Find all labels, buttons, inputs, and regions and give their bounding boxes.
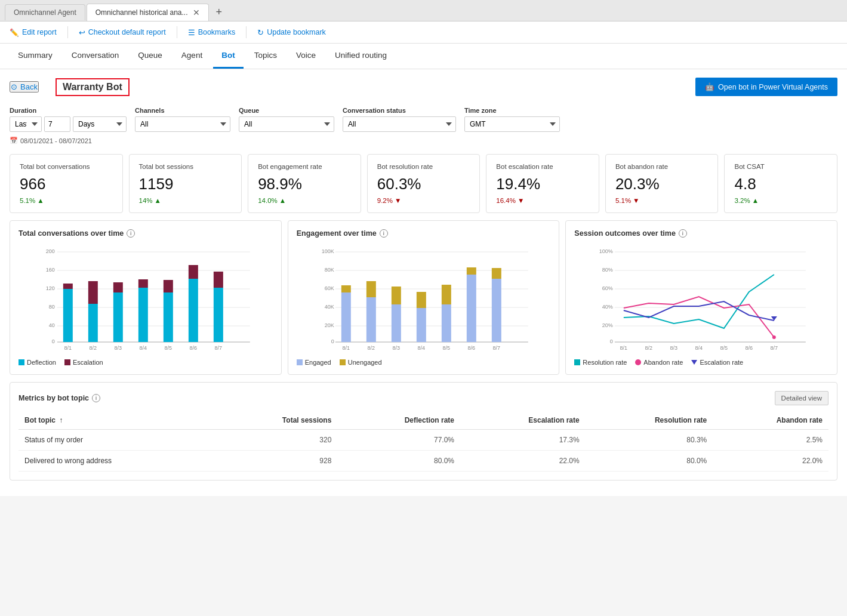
svg-rect-50 — [366, 297, 376, 342]
deflection-label: Deflection — [27, 359, 56, 366]
resolution-rate-label: Resolution rate — [583, 359, 627, 366]
svg-rect-53 — [392, 287, 401, 304]
kpi-label: Bot abandon rate — [615, 163, 709, 170]
svg-text:8/6: 8/6 — [190, 345, 198, 351]
kpi-change: 9.2% ▼ — [377, 197, 470, 204]
svg-rect-24 — [189, 265, 198, 279]
queue-select[interactable]: All — [239, 116, 334, 132]
svg-text:100K: 100K — [321, 248, 334, 254]
cell-escalation-rate: 22.0% — [460, 451, 586, 472]
duration-number-input[interactable] — [44, 116, 70, 132]
svg-text:0: 0 — [610, 338, 613, 344]
kpi-card: Bot resolution rate 60.3% 9.2% ▼ — [367, 154, 481, 213]
bookmarks-button[interactable]: ☰ Bookmarks — [188, 28, 236, 37]
svg-text:8/4: 8/4 — [140, 345, 147, 351]
svg-text:40: 40 — [49, 322, 55, 328]
svg-text:8/3: 8/3 — [115, 345, 122, 351]
tab-close-icon[interactable]: ✕ — [193, 8, 200, 17]
duration-unit-select[interactable]: DaysHoursWeeks — [73, 116, 127, 132]
tab-label: Omnichannel historical ana... — [96, 8, 188, 17]
tab-omnichannel-agent[interactable]: Omnichannel Agent — [5, 4, 85, 20]
toolbar-divider-3 — [246, 26, 247, 38]
kpi-card: Bot abandon rate 20.3% 5.1% ▼ — [605, 154, 719, 213]
tab-label: Omnichannel Agent — [14, 8, 76, 17]
tab-omnichannel-historical[interactable]: Omnichannel historical ana... ✕ — [87, 4, 209, 21]
bookmarks-icon: ☰ — [188, 28, 195, 37]
kpi-card: Bot CSAT 4.8 3.2% ▲ — [724, 154, 837, 213]
kpi-label: Total bot sessions — [139, 163, 232, 170]
info-icon-conversations[interactable]: i — [127, 229, 135, 238]
add-tab-button[interactable]: + — [210, 4, 229, 21]
info-icon-outcomes[interactable]: i — [679, 229, 687, 238]
conv-status-filter: Conversation status All — [343, 107, 456, 132]
nav-tab-unified-routing[interactable]: Unified routing — [327, 44, 395, 69]
info-icon-table[interactable]: i — [92, 394, 100, 402]
svg-rect-25 — [214, 288, 223, 342]
nav-tab-summary[interactable]: Summary — [10, 44, 61, 69]
nav-tab-queue[interactable]: Queue — [130, 44, 171, 69]
kpi-value: 4.8 — [734, 175, 827, 193]
svg-rect-17 — [113, 292, 123, 342]
bar-chart-conversations: 200 160 120 80 40 0 Conversations — [19, 245, 273, 352]
nav-tab-bot[interactable]: Bot — [213, 44, 244, 69]
nav-tab-topics[interactable]: Topics — [246, 44, 285, 69]
svg-text:8/4: 8/4 — [695, 345, 703, 351]
kpi-value: 19.4% — [496, 175, 589, 193]
svg-text:60%: 60% — [602, 285, 613, 291]
channels-label: Channels — [135, 107, 230, 114]
kpi-change: 16.4% ▼ — [496, 197, 589, 204]
edit-report-button[interactable]: ✏️ Edit report — [10, 28, 57, 37]
kpi-card: Bot engagement rate 98.9% 14.0% ▲ — [248, 154, 361, 213]
cell-deflection-rate: 77.0% — [337, 430, 460, 451]
duration-select[interactable]: LastFirst — [10, 116, 42, 132]
nav-tab-agent[interactable]: Agent — [173, 44, 211, 69]
sort-icon[interactable]: ↑ — [59, 416, 63, 424]
unengaged-label: Unengaged — [348, 359, 382, 366]
escalation-rate-label: Escalation rate — [700, 359, 743, 366]
svg-text:8/3: 8/3 — [670, 345, 678, 351]
update-bookmark-button[interactable]: ↻ Update bookmark — [257, 28, 326, 37]
legend-outcomes: Resolution rate Abandon rate Escalation … — [574, 359, 828, 366]
chart-engagement-over-time: Engagement over time i 100K 80K 60K 40K … — [288, 220, 560, 375]
charts-row: Total conversations over time i 200 160 … — [10, 220, 837, 375]
page-header: ⊙ Back Warranty Bot 🤖 Open bot in Power … — [10, 69, 837, 102]
nav-tab-voice[interactable]: Voice — [288, 44, 324, 69]
unengaged-color-dot — [340, 359, 346, 365]
cell-abandon-rate: 2.5% — [713, 430, 828, 451]
open-bot-button[interactable]: 🤖 Open bot in Power Virtual Agents — [695, 78, 837, 96]
svg-rect-61 — [492, 268, 501, 279]
svg-rect-59 — [467, 267, 476, 275]
nav-tab-conversation[interactable]: Conversation — [63, 44, 128, 69]
conv-status-label: Conversation status — [343, 107, 456, 114]
kpi-value: 60.3% — [377, 175, 470, 193]
svg-text:60K: 60K — [324, 285, 334, 291]
svg-text:8/3: 8/3 — [392, 345, 400, 351]
engaged-label: Engaged — [305, 359, 331, 366]
kpi-value: 1159 — [139, 175, 232, 193]
col-abandon-rate: Abandon rate — [713, 411, 828, 430]
engaged-color-dot — [297, 359, 303, 365]
robot-icon: 🤖 — [705, 82, 714, 91]
svg-rect-51 — [366, 281, 376, 297]
legend-engagement: Engaged Unengaged — [297, 359, 551, 366]
detailed-view-button[interactable]: Detailed view — [775, 391, 828, 405]
table-container: Bot topic ↑ Total sessions Deflection ra… — [19, 411, 828, 472]
svg-text:80%: 80% — [602, 267, 613, 273]
svg-text:8/1: 8/1 — [64, 345, 72, 351]
checkout-default-button[interactable]: ↩ Checkout default report — [79, 28, 166, 37]
info-icon-engagement[interactable]: i — [380, 229, 388, 238]
chart-session-outcomes: Session outcomes over time i 100% 80% 60… — [565, 220, 837, 375]
svg-text:8/1: 8/1 — [342, 345, 350, 351]
kpi-label: Bot engagement rate — [258, 163, 351, 170]
back-icon: ⊙ — [11, 82, 17, 91]
kpi-value: 966 — [20, 175, 113, 193]
metrics-table: Bot topic ↑ Total sessions Deflection ra… — [19, 411, 828, 472]
cell-total-sessions: 928 — [215, 451, 337, 472]
back-button[interactable]: ⊙ Back — [10, 81, 39, 93]
table-header: Bot topic ↑ Total sessions Deflection ra… — [19, 411, 828, 430]
svg-rect-54 — [417, 308, 426, 342]
svg-text:8/7: 8/7 — [771, 345, 778, 351]
conv-status-select[interactable]: All — [343, 116, 456, 132]
channels-select[interactable]: All — [135, 116, 230, 132]
timezone-select[interactable]: GMT — [464, 116, 560, 132]
